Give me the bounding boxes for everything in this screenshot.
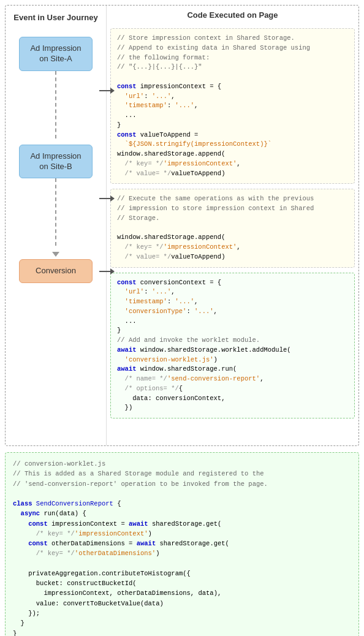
event-row-site-b: Ad Impressionon Site-B <box>8 145 104 252</box>
diagram-section: Event in User Journey Ad Impressionon Si… <box>5 5 359 446</box>
code-block-2: // Execute the same operations as with t… <box>110 189 355 267</box>
event-box-site-a: Ad Impressionon Site-A <box>19 37 93 71</box>
main-container: Event in User Journey Ad Impressionon Si… <box>0 0 364 636</box>
event-box-conversion: Conversion <box>19 259 93 283</box>
bottom-code-section: // conversion-worklet.js // This is adde… <box>5 452 359 636</box>
events-column-header: Event in User Journey <box>9 10 102 31</box>
code-block-1: // Store impression context in Shared St… <box>110 28 355 184</box>
event-row-conversion: Conversion <box>8 259 104 283</box>
code-column: Code Executed on Page // Store impressio… <box>107 6 358 445</box>
code-block-3: const conversionContext = { 'url': '...'… <box>110 273 355 419</box>
events-column: Event in User Journey Ad Impressionon Si… <box>6 6 107 445</box>
event-row-site-a: Ad Impressionon Site-A <box>8 37 104 145</box>
code-column-header: Code Executed on Page <box>110 10 355 23</box>
events-inner: Ad Impressionon Site-A Ad Impressionon S… <box>8 31 104 441</box>
event-box-site-b: Ad Impressionon Site-B <box>19 145 93 179</box>
